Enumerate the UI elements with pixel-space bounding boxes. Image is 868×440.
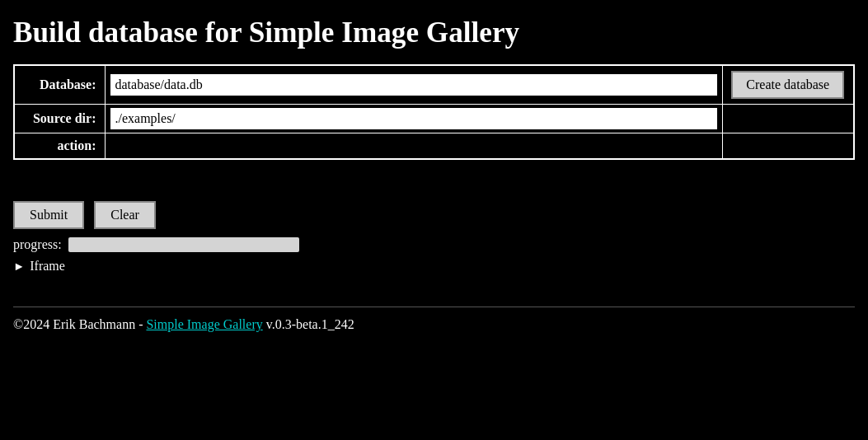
iframe-label: Iframe	[30, 259, 65, 274]
action-empty-cell	[722, 133, 854, 160]
source-dir-input-cell	[105, 105, 722, 133]
form-table: Database: Create database Source dir: ac…	[13, 64, 855, 160]
database-input-cell	[105, 65, 722, 105]
progress-bar-container	[68, 237, 299, 252]
iframe-toggle[interactable]: ► Iframe	[13, 259, 855, 274]
progress-row: progress:	[13, 237, 855, 252]
progress-label: progress:	[13, 237, 62, 252]
action-row: action:	[14, 133, 854, 160]
submit-button[interactable]: Submit	[13, 201, 84, 229]
action-value-cell	[105, 133, 722, 160]
footer-link[interactable]: Simple Image Gallery	[146, 317, 262, 331]
source-dir-row: Source dir:	[14, 105, 854, 133]
database-label: Database:	[14, 65, 105, 105]
page-title: Build database for Simple Image Gallery	[13, 16, 855, 49]
buttons-row: Submit Clear	[13, 201, 855, 229]
footer-copyright: ©2024 Erik Bachmann -	[13, 317, 146, 331]
create-database-cell: Create database	[722, 65, 854, 105]
source-dir-label: Source dir:	[14, 105, 105, 133]
database-input[interactable]	[110, 74, 717, 96]
footer: ©2024 Erik Bachmann - Simple Image Galle…	[13, 317, 855, 332]
action-label: action:	[14, 133, 105, 160]
footer-version: v.0.3-beta.1_242	[263, 317, 354, 331]
database-row: Database: Create database	[14, 65, 854, 105]
iframe-triangle-icon: ►	[13, 260, 25, 274]
clear-button[interactable]: Clear	[94, 201, 156, 229]
source-dir-action-cell	[722, 105, 854, 133]
footer-divider	[13, 307, 855, 307]
source-dir-input[interactable]	[110, 108, 717, 129]
create-database-button[interactable]: Create database	[731, 71, 844, 99]
